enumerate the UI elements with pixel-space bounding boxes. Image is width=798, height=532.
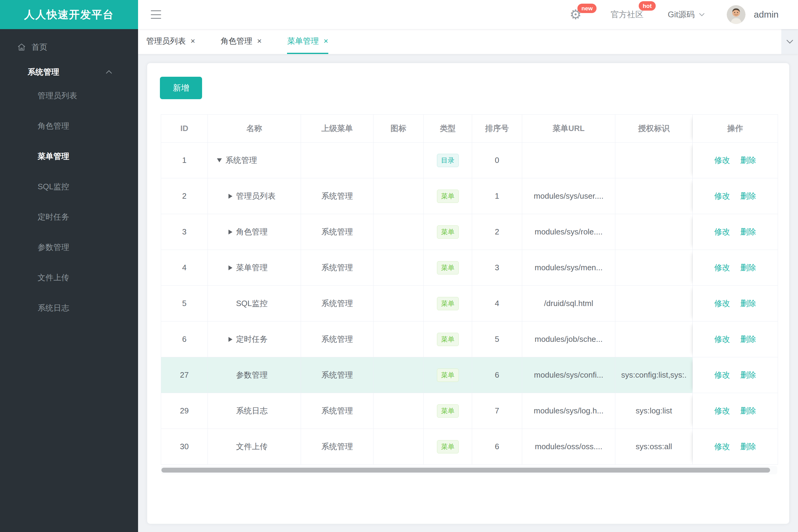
expand-icon[interactable] — [228, 194, 233, 199]
tab-label: 菜单管理 — [287, 36, 319, 46]
delete-link[interactable]: 删除 — [740, 227, 756, 236]
cell-name: 角色管理 — [208, 214, 301, 250]
edit-link[interactable]: 修改 — [714, 156, 730, 165]
sidebar-section-system[interactable]: 系统管理 — [0, 63, 138, 80]
cell-icon — [373, 286, 424, 322]
cell-name: 系统管理 — [208, 142, 301, 178]
sidebar-item-系统日志[interactable]: 系统日志 — [38, 293, 138, 323]
expand-icon[interactable] — [228, 230, 233, 234]
delete-link[interactable]: 删除 — [740, 370, 756, 379]
cell-order: 5 — [472, 322, 522, 357]
sidebar-item-菜单管理[interactable]: 菜单管理 — [38, 141, 138, 171]
cell-icon — [373, 250, 424, 286]
settings-button[interactable]: ⚙ new — [570, 8, 581, 21]
top-bar: ⚙ new 官方社区 hot Git源码 — [138, 0, 798, 29]
cell-url: modules/sys/user.... — [522, 178, 615, 214]
delete-link[interactable]: 删除 — [740, 263, 756, 272]
cell-name: SQL监控 — [208, 286, 301, 322]
cell-id: 5 — [161, 286, 208, 322]
username-label[interactable]: admin — [754, 10, 779, 20]
column-header: 操作 — [693, 115, 778, 142]
delete-link[interactable]: 删除 — [740, 299, 756, 308]
cell-url: modules/oss/oss.... — [522, 429, 615, 465]
sidebar-item-管理员列表[interactable]: 管理员列表 — [38, 80, 138, 111]
cell-icon — [373, 357, 424, 393]
cell-name: 系统日志 — [208, 393, 301, 429]
cell-perm: sys:oss:all — [615, 429, 693, 465]
sidebar-item-角色管理[interactable]: 角色管理 — [38, 111, 138, 141]
delete-link[interactable]: 删除 — [740, 406, 756, 415]
type-badge: 菜单 — [437, 368, 459, 382]
horizontal-scrollbar — [161, 466, 777, 474]
cell-perm — [615, 250, 693, 286]
app-logo: 人人快速开发平台 — [0, 0, 138, 29]
expand-icon[interactable] — [228, 265, 233, 270]
delete-link[interactable]: 删除 — [740, 191, 756, 201]
cell-url: /druid/sql.html — [522, 286, 615, 322]
edit-link[interactable]: 修改 — [714, 335, 730, 344]
edit-link[interactable]: 修改 — [714, 191, 730, 201]
cell-name: 菜单管理 — [208, 250, 301, 286]
cell-parent — [301, 142, 373, 178]
close-icon[interactable]: × — [323, 36, 328, 46]
expand-icon[interactable] — [228, 337, 233, 342]
type-badge: 菜单 — [437, 333, 459, 346]
close-icon[interactable]: × — [257, 36, 262, 46]
cell-perm — [615, 214, 693, 250]
cell-icon — [373, 178, 424, 214]
delete-link[interactable]: 删除 — [740, 442, 756, 451]
chevron-down-icon — [699, 13, 705, 16]
type-badge: 菜单 — [437, 225, 459, 239]
tab-菜单管理[interactable]: 菜单管理 × — [287, 29, 328, 54]
sidebar-item-参数管理[interactable]: 参数管理 — [38, 232, 138, 262]
home-icon — [17, 43, 26, 51]
menu-toggle-icon[interactable] — [151, 10, 161, 19]
edit-link[interactable]: 修改 — [714, 299, 730, 308]
type-badge: 菜单 — [437, 440, 459, 453]
table-row: 6 定时任务 系统管理 菜单 5 modules/job/sche... 修改删… — [161, 322, 778, 357]
type-badge: 菜单 — [437, 297, 459, 310]
delete-link[interactable]: 删除 — [740, 335, 756, 344]
sidebar-item-home[interactable]: 首页 — [0, 38, 138, 56]
close-icon[interactable]: × — [190, 36, 195, 46]
git-source-menu[interactable]: Git源码 — [668, 9, 705, 20]
app-window: 人人快速开发平台 首页 系统管理 管理员列表 角色管理 菜单管理 SQL监控 定… — [0, 0, 798, 532]
sidebar-item-SQL监控[interactable]: SQL监控 — [38, 171, 138, 202]
column-header: 菜单URL — [522, 115, 615, 142]
cell-actions: 修改删除 — [693, 429, 778, 465]
table-row: 1 系统管理 目录 0 修改删除 — [161, 142, 778, 178]
cell-url: modules/sys/confi... — [522, 357, 615, 393]
cell-perm — [615, 178, 693, 214]
edit-link[interactable]: 修改 — [714, 227, 730, 236]
cell-id: 1 — [161, 142, 208, 178]
avatar[interactable] — [727, 5, 745, 24]
horizontal-scrollbar-thumb[interactable] — [162, 468, 770, 473]
edit-link[interactable]: 修改 — [714, 263, 730, 272]
cell-url: modules/sys/role.... — [522, 214, 615, 250]
add-button[interactable]: 新增 — [160, 77, 202, 99]
cell-parent: 系统管理 — [301, 393, 373, 429]
sidebar-item-定时任务[interactable]: 定时任务 — [38, 202, 138, 232]
table-row: 27 参数管理 系统管理 菜单 6 modules/sys/confi... s… — [161, 357, 778, 393]
cell-type: 菜单 — [424, 178, 472, 214]
sidebar-item-文件上传[interactable]: 文件上传 — [38, 262, 138, 293]
edit-link[interactable]: 修改 — [714, 442, 730, 451]
hot-badge: hot — [639, 1, 656, 11]
cell-perm — [615, 286, 693, 322]
sidebar-item-label: 角色管理 — [38, 121, 69, 131]
community-link[interactable]: 官方社区 hot — [611, 9, 644, 20]
delete-link[interactable]: 删除 — [740, 156, 756, 165]
tab-label: 角色管理 — [221, 36, 252, 46]
cell-parent: 系统管理 — [301, 286, 373, 322]
tab-角色管理[interactable]: 角色管理 × — [221, 29, 262, 54]
cell-name: 管理员列表 — [208, 178, 301, 214]
tab-管理员列表[interactable]: 管理员列表 × — [146, 29, 195, 54]
cell-actions: 修改删除 — [693, 250, 778, 286]
edit-link[interactable]: 修改 — [714, 370, 730, 379]
topbar-right: ⚙ new 官方社区 hot Git源码 — [570, 5, 798, 24]
cell-order: 4 — [472, 286, 522, 322]
table-row: 2 管理员列表 系统管理 菜单 1 modules/sys/user.... 修… — [161, 178, 778, 214]
edit-link[interactable]: 修改 — [714, 406, 730, 415]
tab-list-dropdown-button[interactable] — [777, 29, 798, 54]
expand-icon[interactable] — [217, 158, 222, 162]
